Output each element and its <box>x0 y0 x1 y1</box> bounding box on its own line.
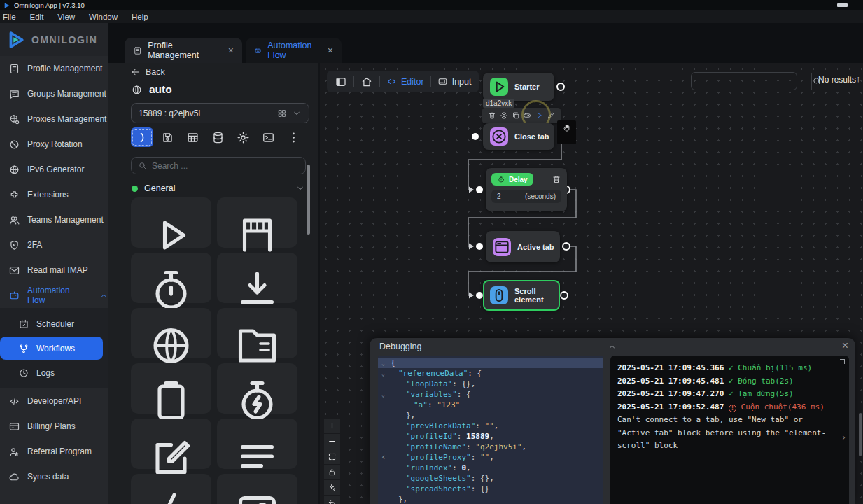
tool-save[interactable] <box>156 127 178 147</box>
tab-automation-flow[interactable]: Automation Flow× <box>246 38 342 63</box>
json-line[interactable]: "runIndex": 0, <box>378 463 603 473</box>
input-port[interactable] <box>476 186 483 193</box>
block-card-end[interactable]: End <box>217 197 297 248</box>
node-settings-icon[interactable] <box>500 111 508 120</box>
clean-up-button[interactable] <box>324 480 340 495</box>
tab-profile-management[interactable]: Profile Management× <box>125 38 242 63</box>
sidebar-item-teams-management[interactable]: Teams Management <box>0 207 108 232</box>
json-line[interactable]: }, <box>378 494 603 504</box>
canvas-scrollbar[interactable] <box>859 413 862 456</box>
sidebar-item-profile-management[interactable]: Profile Management <box>0 56 108 81</box>
block-card-broom[interactable] <box>131 474 211 504</box>
sidebar-item-2fa[interactable]: 2FA <box>0 232 108 258</box>
minimize-button[interactable] <box>837 4 848 7</box>
input-port[interactable] <box>472 133 479 140</box>
node-active-tab[interactable]: Active tab <box>486 231 560 262</box>
tab-close-icon[interactable]: × <box>322 46 333 55</box>
output-port[interactable] <box>557 83 564 90</box>
collapse-arrow-icon[interactable]: ⌄ <box>381 369 385 379</box>
block-card-http-request[interactable]: HTTP Request <box>131 308 211 358</box>
sidebar-item-proxies-management[interactable]: Proxies Management <box>0 106 108 132</box>
palette-scrollbar[interactable] <box>307 164 310 234</box>
sidebar-item-proxy-rotation[interactable]: Proxy Rotation <box>0 132 108 157</box>
json-line[interactable]: "profileProxy": "", <box>378 452 603 463</box>
block-card-clipboard[interactable]: Clipboard <box>131 363 211 414</box>
fit-view-button[interactable] <box>324 449 340 464</box>
json-line[interactable]: "profileName": "q2ejhv5i", <box>378 442 603 452</box>
menu-view[interactable]: View <box>50 13 82 21</box>
block-card-blocks-group[interactable]: Blocks Group <box>217 308 297 358</box>
block-card-starter[interactable]: Starter <box>131 197 211 248</box>
delay-value[interactable]: 2 <box>497 192 501 200</box>
tab-close-icon[interactable]: × <box>223 46 234 55</box>
input-port[interactable] <box>476 243 483 250</box>
sidebar-item-groups-management[interactable]: Groups Management <box>0 81 108 106</box>
block-card-capture[interactable] <box>217 474 297 504</box>
back-button[interactable]: Back <box>131 67 165 77</box>
json-line[interactable]: }, <box>378 410 603 421</box>
sidebar-subitem-workflows[interactable]: Workflows <box>0 337 103 360</box>
undo-button[interactable] <box>324 496 340 504</box>
block-card-write-log[interactable]: Write Log <box>217 419 297 469</box>
json-line[interactable]: "loopData": {}, <box>378 379 603 389</box>
node-starter[interactable]: Starter <box>483 73 554 101</box>
panel-toggle-icon[interactable] <box>335 76 347 88</box>
menu-file[interactable]: File <box>0 13 23 21</box>
output-port[interactable] <box>561 292 568 299</box>
menu-help[interactable]: Help <box>125 13 155 21</box>
menu-window[interactable]: Window <box>82 13 125 21</box>
sidebar-item-developer-api[interactable]: Developer/API <box>0 388 108 414</box>
sidebar-item-extensions[interactable]: Extensions <box>0 182 108 207</box>
zoom-out-button[interactable] <box>324 434 340 449</box>
json-line[interactable]: "googleSheets": {}, <box>378 473 603 484</box>
tool-table-view[interactable] <box>181 127 204 147</box>
json-line[interactable]: "a": "123" <box>378 400 603 410</box>
node-close-tab[interactable]: Close tab <box>483 123 554 150</box>
close-icon[interactable]: × <box>842 340 848 351</box>
canvas-search-input[interactable] <box>692 73 811 90</box>
block-card-note[interactable]: Note <box>131 419 211 469</box>
sidebar-subitem-scheduler[interactable]: Scheduler <box>0 312 103 335</box>
node-delay[interactable]: Delay 2 (seconds) <box>486 168 567 211</box>
json-line[interactable]: ⌄"variables": { <box>378 389 603 400</box>
block-card-export-data[interactable]: Export Data <box>217 253 297 303</box>
sidebar-item-syncs-data[interactable]: Syncs data <box>0 464 108 489</box>
collapse-arrow-icon[interactable]: ⌄ <box>381 358 385 369</box>
block-card-delay[interactable]: Delay <box>131 253 211 303</box>
tab-editor[interactable]: Editor <box>386 76 424 87</box>
node-scroll-element[interactable]: Scroll element <box>483 280 560 311</box>
block-card-wait-connecti[interactable]: Wait Connecti... <box>217 363 297 414</box>
scroll-right-arrow[interactable]: › <box>841 431 846 444</box>
collapse-arrow-icon[interactable]: ⌄ <box>381 390 385 400</box>
json-line[interactable]: "spreadSheets": {} <box>378 484 603 494</box>
json-line[interactable]: "profileId": 15889, <box>378 431 603 442</box>
sidebar-item-referral-program[interactable]: Referral Program <box>0 439 108 464</box>
tool-settings[interactable] <box>232 127 254 147</box>
sidebar-item-ipv6-generator[interactable]: IPv6 Generator <box>0 157 108 182</box>
json-line[interactable]: ⌄"referenceData": { <box>378 368 603 379</box>
input-port[interactable] <box>476 292 483 299</box>
tool-more[interactable] <box>282 127 304 147</box>
expand-corner-icon[interactable] <box>840 359 845 364</box>
json-line[interactable]: ⌄{ <box>378 358 603 368</box>
sidebar-item-read-mail-imap[interactable]: Read mail IMAP <box>0 258 108 283</box>
menu-edit[interactable]: Edit <box>23 13 51 21</box>
block-search-input[interactable] <box>152 161 299 171</box>
tool-data[interactable] <box>206 127 229 147</box>
collapse-chevron-icon[interactable] <box>608 342 617 351</box>
delete-node-icon[interactable] <box>488 111 496 120</box>
section-general[interactable]: General <box>132 183 305 193</box>
sidebar-item-automation-flow[interactable]: Automation Flow <box>0 283 108 308</box>
zoom-in-button[interactable] <box>324 419 340 433</box>
json-line[interactable]: "prevBlockData": "", <box>378 421 603 431</box>
lock-button[interactable] <box>324 465 340 479</box>
tool-blocks-mode[interactable] <box>131 127 153 147</box>
sidebar-item-billing-plans[interactable]: Billing/ Plans <box>0 414 108 439</box>
profile-select[interactable]: 15889 : q2ejhv5i <box>131 103 309 123</box>
tab-input[interactable]: Input <box>437 76 472 87</box>
tool-console[interactable] <box>257 127 279 147</box>
sidebar-subitem-logs[interactable]: Logs <box>0 361 103 384</box>
duplicate-node-icon[interactable] <box>512 111 520 120</box>
output-port[interactable] <box>563 243 570 250</box>
search-prev-arrow[interactable]: ↑ <box>856 74 861 84</box>
